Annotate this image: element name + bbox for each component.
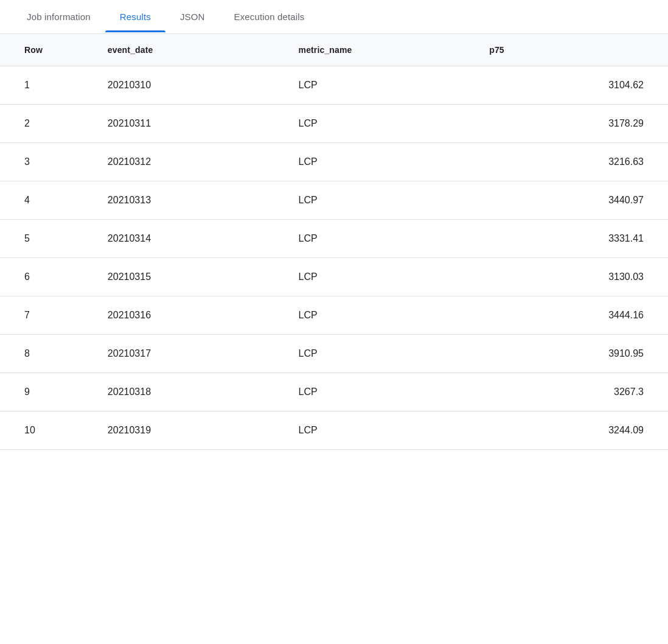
col-header-row: Row: [0, 34, 96, 66]
cell-p75: 3267.3: [477, 373, 668, 411]
cell-event-date: 20210318: [96, 373, 287, 411]
tab-execution-details[interactable]: Execution details: [220, 2, 319, 32]
tab-json-label: JSON: [180, 12, 205, 22]
cell-row-number: 6: [0, 258, 96, 296]
tab-execution-details-label: Execution details: [234, 12, 305, 22]
cell-p75: 3910.95: [477, 335, 668, 373]
cell-event-date: 20210316: [96, 296, 287, 335]
cell-row-number: 1: [0, 66, 96, 105]
cell-row-number: 5: [0, 220, 96, 258]
cell-metric-name: LCP: [287, 66, 478, 105]
cell-metric-name: LCP: [287, 220, 478, 258]
cell-event-date: 20210310: [96, 66, 287, 105]
tab-job-information[interactable]: Job information: [12, 2, 105, 32]
cell-event-date: 20210312: [96, 143, 287, 181]
table-row: 320210312LCP3216.63: [0, 143, 668, 181]
table-row: 120210310LCP3104.62: [0, 66, 668, 105]
cell-p75: 3331.41: [477, 220, 668, 258]
cell-metric-name: LCP: [287, 373, 478, 411]
table-row: 620210315LCP3130.03: [0, 258, 668, 296]
cell-row-number: 10: [0, 411, 96, 450]
cell-p75: 3130.03: [477, 258, 668, 296]
cell-metric-name: LCP: [287, 411, 478, 450]
cell-event-date: 20210314: [96, 220, 287, 258]
tab-json[interactable]: JSON: [165, 2, 220, 32]
results-table: Row event_date metric_name p75 120210310…: [0, 34, 668, 450]
cell-row-number: 2: [0, 105, 96, 143]
cell-p75: 3440.97: [477, 181, 668, 220]
cell-event-date: 20210317: [96, 335, 287, 373]
cell-metric-name: LCP: [287, 181, 478, 220]
table-row: 1020210319LCP3244.09: [0, 411, 668, 450]
table-header-row: Row event_date metric_name p75: [0, 34, 668, 66]
tab-results-label: Results: [120, 12, 151, 22]
table-row: 220210311LCP3178.29: [0, 105, 668, 143]
cell-p75: 3444.16: [477, 296, 668, 335]
main-container: Job information Results JSON Execution d…: [0, 0, 668, 644]
col-header-metric-name: metric_name: [287, 34, 478, 66]
cell-metric-name: LCP: [287, 296, 478, 335]
col-header-p75: p75: [477, 34, 668, 66]
cell-metric-name: LCP: [287, 143, 478, 181]
cell-event-date: 20210311: [96, 105, 287, 143]
tab-job-information-label: Job information: [27, 12, 91, 22]
cell-p75: 3216.63: [477, 143, 668, 181]
table-row: 920210318LCP3267.3: [0, 373, 668, 411]
table-row: 720210316LCP3444.16: [0, 296, 668, 335]
col-header-event-date: event_date: [96, 34, 287, 66]
results-table-container: Row event_date metric_name p75 120210310…: [0, 34, 668, 450]
cell-p75: 3104.62: [477, 66, 668, 105]
cell-row-number: 3: [0, 143, 96, 181]
cell-metric-name: LCP: [287, 105, 478, 143]
cell-p75: 3244.09: [477, 411, 668, 450]
table-row: 520210314LCP3331.41: [0, 220, 668, 258]
cell-metric-name: LCP: [287, 258, 478, 296]
tab-bar: Job information Results JSON Execution d…: [0, 0, 668, 34]
cell-event-date: 20210315: [96, 258, 287, 296]
tab-results[interactable]: Results: [105, 2, 165, 32]
cell-row-number: 7: [0, 296, 96, 335]
table-row: 820210317LCP3910.95: [0, 335, 668, 373]
cell-row-number: 4: [0, 181, 96, 220]
cell-row-number: 8: [0, 335, 96, 373]
cell-event-date: 20210319: [96, 411, 287, 450]
cell-metric-name: LCP: [287, 335, 478, 373]
cell-p75: 3178.29: [477, 105, 668, 143]
cell-event-date: 20210313: [96, 181, 287, 220]
table-row: 420210313LCP3440.97: [0, 181, 668, 220]
cell-row-number: 9: [0, 373, 96, 411]
